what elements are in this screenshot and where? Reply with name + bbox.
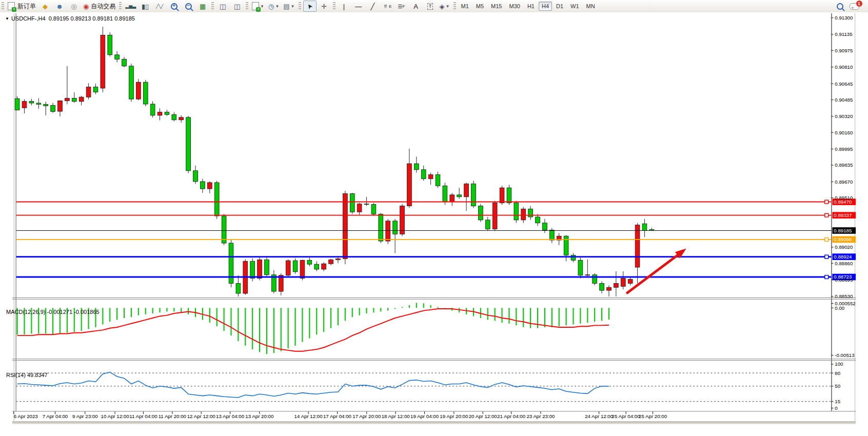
bull-candle[interactable]	[585, 275, 590, 275]
bear-candle[interactable]	[314, 264, 319, 269]
search-button[interactable]	[833, 1, 846, 12]
autotrading-button[interactable]: ◉ 自动交易	[82, 1, 117, 12]
bear-candle[interactable]	[115, 55, 120, 60]
styles-button[interactable]: ◆	[38, 1, 52, 12]
bear-candle[interactable]	[29, 102, 34, 103]
bear-candle[interactable]	[471, 184, 476, 206]
timeframe-h4[interactable]: H4	[539, 2, 552, 11]
bear-candle[interactable]	[436, 175, 440, 186]
signal-button[interactable]: ◎	[67, 1, 81, 12]
line-handle-marker[interactable]	[825, 237, 828, 241]
bull-candle[interactable]	[101, 35, 105, 88]
shapes-tool-button[interactable]: ◈▼	[438, 1, 451, 12]
timeframe-m30[interactable]: M30	[506, 2, 523, 11]
bull-candle[interactable]	[628, 280, 633, 284]
line-handle-marker[interactable]	[825, 255, 828, 259]
bear-candle[interactable]	[543, 223, 547, 230]
bear-candle[interactable]	[485, 220, 490, 229]
bear-candle[interactable]	[421, 170, 426, 179]
bull-candle[interactable]	[336, 259, 341, 260]
bull-candle[interactable]	[286, 261, 290, 275]
horizontal-line-tool-button[interactable]: —	[352, 1, 365, 12]
chart-window[interactable]: ▼USDCHF-,H4 0.89195 0.89213 0.89181 0.89…	[0, 12, 868, 436]
profile-button[interactable]: ☻	[53, 1, 66, 12]
bull-candle[interactable]	[258, 260, 262, 278]
bull-candle[interactable]	[492, 203, 497, 229]
timeframe-d1[interactable]: D1	[553, 2, 566, 11]
bear-candle[interactable]	[571, 255, 576, 260]
bull-candle[interactable]	[79, 97, 84, 102]
fibonacci-tool-button[interactable]: ☰F	[395, 1, 408, 12]
line-handle-marker[interactable]	[825, 200, 828, 204]
bull-candle[interactable]	[521, 209, 526, 220]
bear-candle[interactable]	[44, 104, 48, 106]
bull-candle[interactable]	[635, 225, 640, 267]
bear-candle[interactable]	[642, 224, 647, 230]
crosshair-tool-button[interactable]: ✛	[318, 1, 331, 12]
bear-candle[interactable]	[528, 209, 533, 217]
bear-candle[interactable]	[478, 206, 483, 220]
line-chart-button[interactable]: ╱╲╱	[153, 1, 166, 12]
bull-candle[interactable]	[428, 175, 433, 179]
trendline-tool-button[interactable]: ╱	[366, 1, 380, 12]
bear-candle[interactable]	[379, 214, 383, 241]
bull-candle[interactable]	[322, 264, 326, 269]
bear-candle[interactable]	[150, 104, 155, 115]
candlestick-chart-button[interactable]: ▮▯	[139, 1, 152, 12]
line-handle-marker[interactable]	[825, 275, 828, 279]
bear-candle[interactable]	[364, 204, 369, 204]
line-handle-marker[interactable]	[825, 213, 828, 217]
tile-windows-button[interactable]: ▦	[196, 1, 209, 12]
bear-candle[interactable]	[549, 230, 554, 240]
zoom-in-button[interactable]: +	[167, 1, 181, 12]
bear-candle[interactable]	[307, 260, 312, 264]
chart-canvas[interactable]: 0.894700.893370.891850.890960.889240.887…	[0, 12, 868, 436]
bear-candle[interactable]	[600, 283, 604, 290]
bull-candle[interactable]	[65, 98, 70, 101]
bull-candle[interactable]	[22, 102, 27, 108]
bull-candle[interactable]	[329, 260, 333, 264]
bear-candle[interactable]	[72, 98, 76, 102]
indicators-button[interactable]: +▼	[250, 1, 266, 12]
timeframe-m1[interactable]: M1	[458, 2, 472, 11]
bull-candle[interactable]	[614, 283, 619, 287]
bear-candle[interactable]	[122, 59, 127, 66]
bear-candle[interactable]	[165, 112, 169, 115]
bull-candle[interactable]	[86, 87, 91, 97]
bear-candle[interactable]	[265, 260, 269, 274]
bear-candle[interactable]	[443, 186, 447, 202]
bull-candle[interactable]	[157, 112, 162, 115]
cursor-tool-button[interactable]: ➤	[303, 1, 317, 12]
bear-candle[interactable]	[393, 221, 398, 234]
bull-candle[interactable]	[58, 101, 63, 111]
bear-candle[interactable]	[507, 188, 511, 203]
bull-candle[interactable]	[607, 287, 611, 290]
notifications-button[interactable]: 1	[847, 1, 861, 12]
bar-chart-button[interactable]: ▂▅▃	[124, 1, 137, 12]
new-order-button[interactable]: + 新订单	[6, 1, 37, 12]
timeframe-mn[interactable]: MN	[583, 2, 598, 11]
templates-button[interactable]: ▤▼	[282, 1, 296, 12]
bear-candle[interactable]	[201, 182, 205, 189]
zoom-out-button[interactable]: −	[182, 1, 195, 12]
bear-candle[interactable]	[293, 261, 298, 272]
bull-candle[interactable]	[207, 183, 212, 189]
auto-scroll-button[interactable]: ◫	[216, 1, 229, 12]
bear-candle[interactable]	[250, 261, 255, 278]
bear-candle[interactable]	[578, 260, 583, 275]
text-label-tool-button[interactable]: T	[424, 1, 437, 12]
bear-candle[interactable]	[172, 114, 176, 120]
bull-candle[interactable]	[400, 206, 405, 234]
periods-button[interactable]: ◷▼	[267, 1, 281, 12]
collapse-panel-icon[interactable]: ▼	[5, 16, 9, 21]
channel-tool-button[interactable]: 〃E	[381, 1, 394, 12]
bear-candle[interactable]	[236, 283, 241, 293]
bear-candle[interactable]	[214, 183, 219, 216]
bull-candle[interactable]	[179, 117, 184, 120]
bear-candle[interactable]	[350, 193, 354, 212]
bear-candle[interactable]	[108, 35, 112, 54]
bull-candle[interactable]	[386, 221, 390, 241]
bear-candle[interactable]	[414, 164, 419, 170]
timeframe-m5[interactable]: M5	[473, 2, 487, 11]
bull-candle[interactable]	[300, 260, 305, 278]
